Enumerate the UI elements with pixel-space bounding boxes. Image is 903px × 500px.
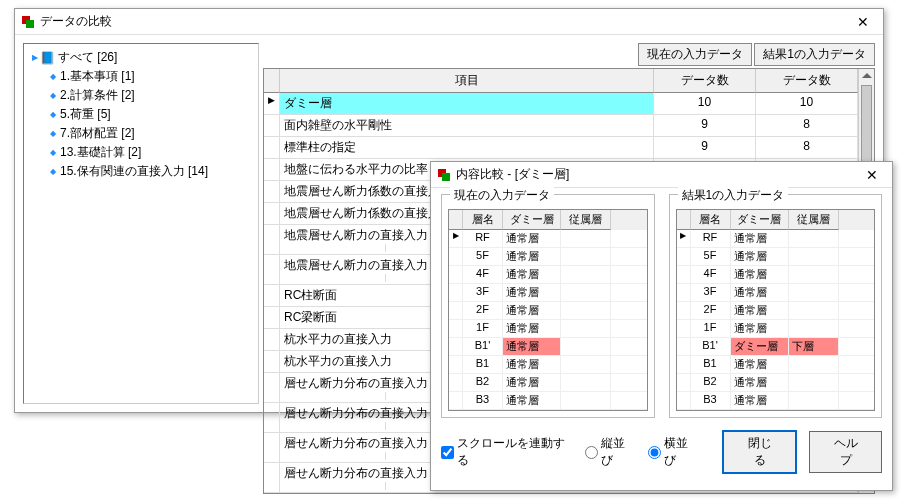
compare-close-icon[interactable]: ✕ [858, 167, 886, 183]
table-row[interactable]: B1通常層 [449, 356, 647, 374]
table-row[interactable]: B2通常層 [449, 374, 647, 392]
table-row[interactable]: 標準柱の指定98 [264, 137, 858, 159]
compare-window: 内容比較 - [ダミー層] ✕ 現在の入力データ 層名 ダミー層 従属層 ▶RF… [430, 161, 893, 491]
header-current-data[interactable]: 現在の入力データ [638, 43, 752, 66]
tree-item[interactable]: 7.部材配置 [2] [28, 124, 254, 143]
close-button[interactable]: 閉じる [722, 430, 797, 474]
table-row[interactable]: 3F通常層 [677, 284, 875, 302]
legend-result1: 結果1の入力データ [678, 187, 789, 204]
header-result1-data[interactable]: 結果1の入力データ [754, 43, 875, 66]
table-row[interactable]: B1'ダミー層下層 [677, 338, 875, 356]
tree-item[interactable]: 15.保有関連の直接入力 [14] [28, 162, 254, 181]
tree-item[interactable]: 2.計算条件 [2] [28, 86, 254, 105]
compare-content: 現在の入力データ 層名 ダミー層 従属層 ▶RF通常層5F通常層4F通常層3F通… [431, 188, 892, 482]
scroll-sync-checkbox[interactable]: スクロールを連動する [441, 435, 573, 469]
layout-vertical-radio[interactable]: 縦並び [585, 435, 636, 469]
col-count1[interactable]: データ数 [654, 69, 756, 93]
table-row[interactable]: ▶ダミー層1010 [264, 93, 858, 115]
layout-horizontal-radio[interactable]: 横並び [648, 435, 699, 469]
table-row[interactable]: B3通常層 [449, 392, 647, 410]
table-row[interactable]: 1F通常層 [449, 320, 647, 338]
help-button[interactable]: ヘルプ [809, 431, 882, 473]
tree-item[interactable]: 13.基礎計算 [2] [28, 143, 254, 162]
table-row[interactable]: 2F通常層 [677, 302, 875, 320]
mini-grid-right[interactable]: 層名 ダミー層 従属層 ▶RF通常層5F通常層4F通常層3F通常層2F通常層1F… [676, 209, 876, 411]
main-titlebar: データの比較 ✕ [15, 9, 883, 35]
table-row[interactable]: B2通常層 [677, 374, 875, 392]
table-row[interactable]: 5F通常層 [677, 248, 875, 266]
tree-root[interactable]: 📘すべて [26] [28, 48, 254, 67]
compare-title: 内容比較 - [ダミー層] [456, 166, 858, 183]
table-row[interactable]: 4F通常層 [677, 266, 875, 284]
grid-header: 項目 データ数 データ数 [264, 69, 858, 93]
bottom-bar: スクロールを連動する 縦並び 横並び 閉じる ヘルプ [441, 430, 882, 474]
main-close-icon[interactable]: ✕ [849, 14, 877, 30]
col-item[interactable]: 項目 [280, 69, 654, 93]
main-title: データの比較 [40, 13, 849, 30]
table-row[interactable]: 1F通常層 [677, 320, 875, 338]
table-row[interactable]: 3F通常層 [449, 284, 647, 302]
svg-rect-1 [26, 20, 34, 28]
table-row[interactable]: 5F通常層 [449, 248, 647, 266]
book-icon: 📘 [40, 51, 55, 65]
table-row[interactable]: 4F通常層 [449, 266, 647, 284]
fieldset-result1: 結果1の入力データ 層名 ダミー層 従属層 ▶RF通常層5F通常層4F通常層3F… [669, 194, 883, 418]
col-count2[interactable]: データ数 [756, 69, 858, 93]
right-header: 現在の入力データ 結果1の入力データ [263, 43, 875, 68]
table-row[interactable]: 2F通常層 [449, 302, 647, 320]
table-row[interactable]: B1通常層 [677, 356, 875, 374]
tree-item[interactable]: 5.荷重 [5] [28, 105, 254, 124]
table-row[interactable]: 面内雑壁の水平剛性98 [264, 115, 858, 137]
svg-rect-3 [442, 173, 450, 181]
table-row[interactable]: ▶RF通常層 [677, 230, 875, 248]
mini-grid-left[interactable]: 層名 ダミー層 従属層 ▶RF通常層5F通常層4F通常層3F通常層2F通常層1F… [448, 209, 648, 411]
compare-titlebar: 内容比較 - [ダミー層] ✕ [431, 162, 892, 188]
tree-panel[interactable]: 📘すべて [26] 1.基本事項 [1]2.計算条件 [2]5.荷重 [5]7.… [23, 43, 259, 404]
tree-item[interactable]: 1.基本事項 [1] [28, 67, 254, 86]
table-row[interactable]: B3通常層 [677, 392, 875, 410]
table-row[interactable]: ▶RF通常層 [449, 230, 647, 248]
table-row[interactable]: B1'通常層 [449, 338, 647, 356]
app-icon [437, 168, 451, 182]
legend-current: 現在の入力データ [450, 187, 554, 204]
app-icon [21, 15, 35, 29]
fieldset-current: 現在の入力データ 層名 ダミー層 従属層 ▶RF通常層5F通常層4F通常層3F通… [441, 194, 655, 418]
